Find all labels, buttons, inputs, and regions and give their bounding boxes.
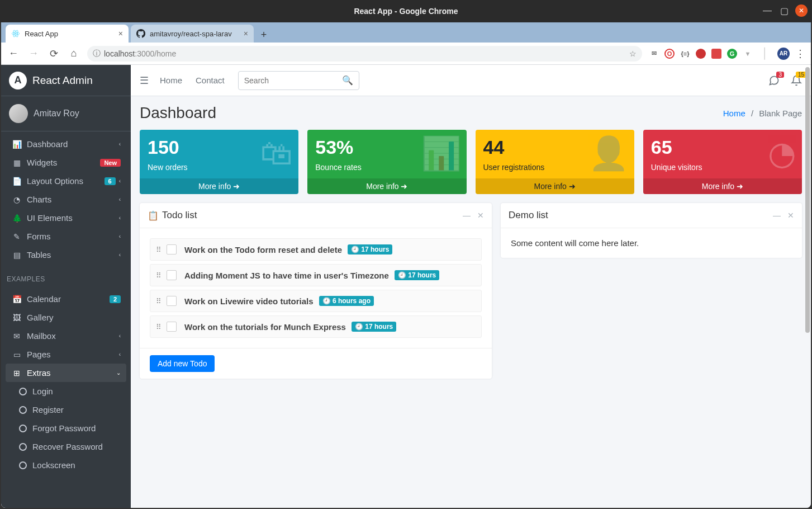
collapse-card-icon[interactable]: — [773,211,781,220]
extras-icon: ⊞ [11,369,22,378]
time-badge: 🕘 17 hours [348,244,392,254]
sidebar-item-gallery[interactable]: 🖼Gallery [6,308,126,327]
profile-avatar-button[interactable]: AR [777,48,790,60]
browser-menu-button[interactable]: ⋮ [795,48,805,60]
menu-toggle-button[interactable]: ☰ [140,74,149,87]
dashboard-icon: 📊 [11,140,22,149]
sidebar-header-examples: EXAMPLES [1,267,131,286]
forward-button[interactable]: → [27,47,40,60]
drag-handle-icon[interactable]: ⠿ [156,246,161,254]
sidebar-item-recover-password[interactable]: Recover Password [6,437,126,456]
sidebar-item-tables[interactable]: ▤Tables‹ [6,246,126,264]
circle-icon [19,443,27,451]
tab-label: amitavroy/react-spa-larav [150,30,232,38]
drag-handle-icon[interactable]: ⠿ [156,297,161,305]
todo-text: Adding Moment JS to have time in user's … [184,271,389,280]
drag-handle-icon[interactable]: ⠿ [156,323,161,331]
home-button[interactable]: ⌂ [67,47,80,60]
address-bar[interactable]: ⓘ localhost:3000/home ☆ [87,46,642,62]
extension-icon[interactable]: {≡} [680,49,690,59]
search-box[interactable]: 🔍 [238,71,359,90]
notifications-button[interactable]: 15 [791,75,802,86]
more-info-link[interactable]: More info ➜ [140,178,298,194]
extension-icon[interactable]: G [727,49,737,59]
svg-point-0 [15,33,17,35]
more-info-link[interactable]: More info ➜ [307,178,466,194]
drag-handle-icon[interactable]: ⠿ [156,271,161,280]
new-tab-button[interactable]: + [256,27,272,43]
nav-link-home[interactable]: Home [160,76,182,85]
os-minimize-button[interactable]: — [762,5,773,16]
extension-icon[interactable]: O [664,49,675,59]
sidebar-item-dashboard[interactable]: 📊Dashboard‹ [6,135,126,153]
chevron-left-icon: ‹ [119,196,121,202]
sidebar-item-calendar[interactable]: 📅Calendar2 [6,290,126,308]
todo-checkbox[interactable] [167,296,177,306]
extension-icon[interactable] [696,49,706,59]
bookmark-star-icon[interactable]: ☆ [629,49,637,58]
time-badge: 🕘 17 hours [395,270,439,280]
card-header: Demo list — ✕ [501,203,802,228]
close-card-icon[interactable]: ✕ [477,211,484,220]
close-tab-icon[interactable]: × [118,29,123,38]
todo-checkbox[interactable] [167,244,177,254]
collapse-card-icon[interactable]: — [463,211,471,220]
browser-toolbar: ← → ⟳ ⌂ ⓘ localhost:3000/home ☆ ✉ O {≡} … [1,43,811,65]
close-card-icon[interactable]: ✕ [787,211,794,220]
search-icon[interactable]: 🔍 [342,75,353,86]
sidebar-item-register[interactable]: Register [6,400,126,419]
time-badge: 🕘 6 hours ago [319,296,374,306]
sidebar-item-forms[interactable]: ✎Forms‹ [6,227,126,246]
sidebar-item-extras[interactable]: ⊞Extras⌄ [6,364,126,382]
sidebar-item-forgot-password[interactable]: Forgot Password [6,419,126,437]
search-input[interactable] [244,76,342,85]
main-scrollbar[interactable] [805,67,810,333]
sidebar-item-layout[interactable]: 📄Layout Options6‹ [6,172,126,190]
brand-link[interactable]: A React Admin [1,65,131,96]
sidebar-item-lockscreen[interactable]: Lockscreen [6,456,126,474]
os-close-button[interactable]: ✕ [795,4,808,17]
main-content: ☰ Home Contact 🔍 3 15 [131,65,811,508]
stat-boxes-row: 150 New orders 🛍 More info ➜ 53% Bounce … [131,130,811,194]
site-info-icon[interactable]: ⓘ [93,49,101,59]
browser-chrome: React App × amitavroy/react-spa-larav × … [0,22,812,509]
ui-icon: 🌲 [11,214,22,223]
user-avatar [9,104,28,123]
back-button[interactable]: ← [7,47,20,60]
pages-icon: ▭ [11,350,22,359]
sidebar-item-pages[interactable]: ▭Pages‹ [6,345,126,364]
close-tab-icon[interactable]: × [244,29,248,38]
browser-tab-active[interactable]: React App × [6,25,129,43]
sidebar-item-login[interactable]: Login [6,382,126,400]
extension-icon[interactable]: ▼ [743,49,753,59]
todo-checkbox[interactable] [167,322,177,332]
sidebar-item-ui[interactable]: 🌲UI Elements‹ [6,209,126,227]
sidebar-main-nav: 📊Dashboard‹ ▦WidgetsNew 📄Layout Options6… [1,131,131,267]
sidebar-item-widgets[interactable]: ▦WidgetsNew [6,153,126,172]
more-info-link[interactable]: More info ➜ [643,178,802,194]
todo-checkbox[interactable] [167,270,177,280]
clipboard-icon: 📋 [148,210,159,221]
chevron-left-icon: ‹ [119,141,121,147]
more-info-link[interactable]: More info ➜ [476,178,634,194]
extension-icon[interactable]: ✉ [649,49,659,59]
shopping-bag-icon: 🛍 [260,134,293,172]
badge-new: New [100,159,121,167]
breadcrumb-home-link[interactable]: Home [723,109,745,118]
nav-link-contact[interactable]: Contact [196,76,225,85]
user-panel[interactable]: Amitav Roy [1,96,131,131]
extension-icon[interactable] [711,49,721,59]
reload-button[interactable]: ⟳ [47,47,60,60]
add-todo-button[interactable]: Add new Todo [150,355,215,372]
os-maximize-button[interactable]: ▢ [778,5,790,16]
brand-name: React Admin [32,74,93,87]
messages-button[interactable]: 3 [768,75,780,86]
todo-text: Work on Livewire video tutorials [184,296,314,306]
sidebar-item-mailbox[interactable]: ✉Mailbox‹ [6,327,126,345]
browser-tab-inactive[interactable]: amitavroy/react-spa-larav × [131,25,254,43]
os-window-title: React App - Google Chrome [354,7,458,16]
sidebar: A React Admin Amitav Roy 📊Dashboard‹ ▦Wi… [1,65,131,508]
browser-tabstrip: React App × amitavroy/react-spa-larav × … [1,22,811,43]
time-badge: 🕘 17 hours [352,322,396,332]
sidebar-item-charts[interactable]: ◔Charts‹ [6,190,126,209]
